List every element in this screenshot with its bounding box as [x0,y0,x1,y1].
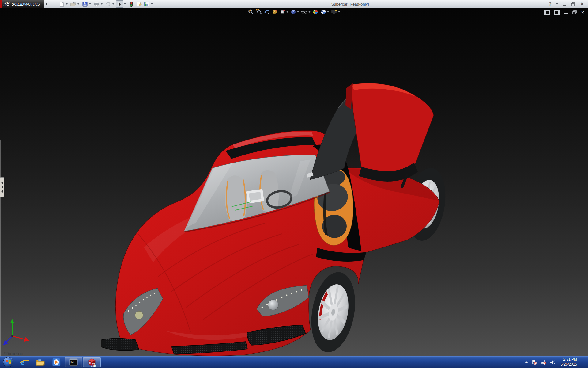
open-document-button[interactable] [70,0,77,8]
save-button[interactable] [81,0,89,8]
collapse-arrow-icon [1,190,3,193]
hide-show-items-caret[interactable] [309,11,311,13]
network-status-icon[interactable] [540,359,546,365]
document-window-controls: × [544,10,584,15]
dynamic-annotation-views-button[interactable] [280,9,288,15]
menu-flyout-arrow[interactable] [46,3,47,5]
undo-dropdown-caret[interactable] [112,3,114,5]
undo-button[interactable] [104,0,112,8]
rebuild-button[interactable] [128,0,135,8]
file-properties-icon [136,2,142,7]
new-document-icon [59,2,64,7]
help-button[interactable]: ? [549,2,552,6]
taskbar-media-player[interactable] [48,356,64,368]
view-orientation-caret[interactable] [297,11,299,13]
zoom-to-area-button[interactable] [256,9,262,15]
printer-icon [94,2,99,6]
options-button[interactable] [143,0,150,8]
solidworks-logo: ƷS SOLIDWORKS [0,0,44,8]
section-view-button[interactable] [272,9,278,15]
taskbar-command-prompt[interactable]: C:\_ [65,357,82,367]
start-button[interactable] [0,356,17,368]
windows-taskbar: e C:\_ [0,356,588,368]
view-settings-button[interactable] [331,9,340,15]
hide-show-items-button[interactable] [301,9,311,15]
solidworks-logo-glyph: ƷS [4,1,9,7]
svg-text:S: S [89,362,91,365]
standard-toolbar [58,0,154,8]
save-floppy-icon [82,2,88,7]
apply-scene-caret[interactable] [327,11,329,13]
feature-tree-collapse-tab[interactable] [0,177,4,197]
apply-scene-button[interactable] [321,9,329,15]
options-checklist-icon [144,2,149,7]
solidworks-logo-text: SOLIDWORKS [11,2,40,6]
edit-appearance-button[interactable] [313,9,318,15]
print-button[interactable] [93,0,100,8]
help-dropdown-caret[interactable] [556,3,558,5]
y-axis-arrow [10,319,14,323]
document-restore-button[interactable] [572,10,577,14]
taskbar-internet-explorer[interactable]: e [17,356,32,368]
window-controls: ? × [549,1,584,7]
zoom-to-fit-icon [248,9,254,15]
graphics-viewport[interactable]: × [0,8,588,356]
open-folder-icon [70,2,76,6]
close-button[interactable]: × [580,1,584,7]
zoom-to-area-icon [256,9,262,15]
pane-right-icon[interactable] [554,10,560,15]
restore-button[interactable] [571,2,575,6]
rebuild-traffic-light-icon [130,2,133,7]
show-hidden-icons-button[interactable] [525,361,528,363]
heads-up-view-toolbar [248,9,340,15]
view-orientation-label: *Dimetric [4,351,23,356]
x-axis-arrow [24,337,29,342]
media-player-icon [52,358,61,366]
new-dropdown-caret[interactable] [66,3,68,5]
title-bar[interactable]: ƷS SOLIDWORKS [0,0,588,8]
document-title: Supercar [Read-only] [154,2,546,6]
command-prompt-icon: C:\_ [69,358,78,366]
print-dropdown-caret[interactable] [101,3,103,5]
glasses-icon [301,9,308,15]
annotation-views-caret[interactable] [287,11,288,13]
annotation-views-icon [280,9,286,15]
window-edge-accent [0,0,2,8]
supercar-model[interactable] [0,8,588,356]
view-settings-caret[interactable] [338,11,340,13]
taskbar-solidworks[interactable]: S W 2015 [83,357,101,367]
select-cursor-icon [118,2,122,6]
svg-text:C:\_: C:\_ [70,361,76,363]
open-dropdown-caret[interactable] [77,3,79,5]
view-orientation-cube-icon [291,9,296,15]
taskbar-windows-explorer[interactable] [32,356,48,368]
volume-icon[interactable] [550,359,556,365]
solidworks-2015-icon: S W 2015 [87,358,96,367]
svg-text:2015: 2015 [91,365,96,367]
folder-icon [36,358,45,366]
view-orientation-button[interactable] [291,9,299,15]
new-document-button[interactable] [58,0,65,8]
document-close-button[interactable]: × [581,10,584,15]
clock-date: 6/26/2015 [561,362,577,367]
front-wheel[interactable] [305,269,361,356]
zoom-to-fit-button[interactable] [248,9,254,15]
document-minimize-button[interactable] [564,13,568,14]
windows-start-icon [3,357,13,367]
previous-view-icon [264,9,270,15]
save-dropdown-caret[interactable] [89,3,91,5]
solidworks-application-window: ƷS SOLIDWORKS [0,0,588,368]
minimize-button[interactable] [563,2,566,6]
file-properties-button[interactable] [135,0,143,8]
undo-arrow-icon [105,2,111,6]
section-view-icon [272,9,278,15]
select-dropdown-caret[interactable] [124,3,126,5]
taskbar-clock[interactable]: 2:31 PM 6/26/2015 [559,357,579,367]
options-dropdown-caret[interactable] [151,3,153,5]
action-center-flag-icon[interactable] [531,359,537,365]
clock-time: 2:31 PM [561,357,577,362]
select-tool-button[interactable] [116,0,123,8]
open-door[interactable] [307,83,434,182]
previous-view-button[interactable] [264,9,270,15]
pane-left-icon[interactable] [544,10,550,15]
